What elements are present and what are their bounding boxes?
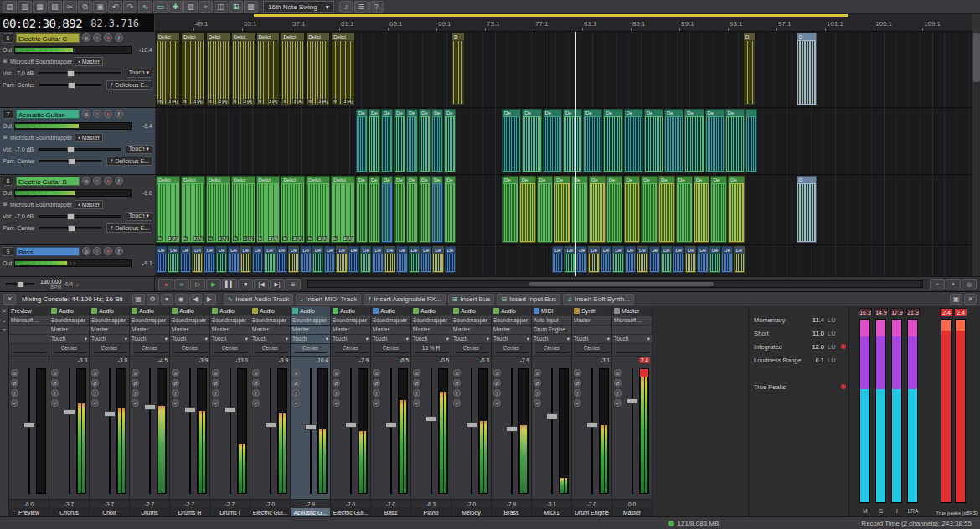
strip-fader[interactable] [546,413,558,419]
mute-button[interactable]: ⊘ [82,247,90,255]
strip-output-bus[interactable]: Drum Engine [532,326,571,335]
audio-clip[interactable]: Delicifx3 (A) [331,33,355,105]
audio-clip[interactable]: De [324,246,335,273]
strip-fader[interactable] [345,422,357,428]
strip-phase-button[interactable]: ▪ [614,399,622,407]
audio-clip[interactable]: Delicifx3 (A) [206,33,230,105]
clip-fx-badge[interactable]: fx [157,236,162,241]
strip-fx-button[interactable]: ƒ [373,389,380,397]
strip-automation-mode[interactable]: Touch▾ [331,335,370,344]
mixer-strip[interactable]: AudioSoundmapperMasterTouch▾Center-6.3⊘Ø… [451,306,492,517]
grid-icon[interactable]: ▩ [244,1,258,13]
strip-solo-button[interactable]: Ø [413,379,420,387]
strip-fader[interactable] [466,422,477,428]
solo-button[interactable]: ○ [93,33,101,42]
fx-button[interactable]: ƒ [115,247,123,255]
paste-icon[interactable]: ▣ [93,1,107,13]
audio-clip[interactable]: De [444,176,456,243]
gear-icon[interactable]: ⚙ [147,294,159,305]
arm-record-button[interactable]: ● [104,110,112,118]
strip-phase-button[interactable]: ▪ [132,399,139,407]
redo-icon[interactable]: ↷ [123,1,137,13]
strip-output-bus[interactable]: Master [130,326,169,335]
strip-pan-control[interactable] [9,344,49,357]
strip-solo-button[interactable]: Ø [132,379,139,387]
solo-button[interactable]: ○ [93,110,101,118]
audio-clip[interactable]: De [563,109,582,172]
strip-fx-button[interactable]: ƒ [172,389,179,397]
strip-automation-mode[interactable]: Touch▾ [532,335,571,344]
selection-tool-icon[interactable]: ▭ [153,1,168,13]
mixer-strip[interactable]: AudioSoundmapperMasterTouch▾15 % R-0.5⊘Ø… [411,306,451,517]
mixer-strip[interactable]: AudioSoundmapperMasterTouch▾Center-3.8⊘Ø… [90,306,130,517]
strip-output-bus[interactable]: Master [371,326,410,335]
audio-clip[interactable]: De [606,176,623,243]
audio-clip[interactable]: De [649,246,660,273]
strip-fader[interactable] [23,422,35,428]
loop-playback-button[interactable]: ∞ [174,279,189,290]
strip-mute-button[interactable]: ⊘ [172,369,179,377]
audio-clip[interactable]: De [240,246,251,273]
strip-automation-mode[interactable]: Touch▾ [49,335,89,344]
audio-clip[interactable]: De [300,246,311,273]
pan-slider-thumb[interactable] [68,158,75,165]
clip-fx-badge[interactable]: fx [233,99,238,104]
audio-clip[interactable]: De [537,176,554,243]
clip-fx-badge[interactable]: fx [258,99,263,104]
strip-automation-mode[interactable]: Touch▾ [130,335,169,344]
strip-solo-button[interactable]: Ø [493,379,501,387]
time-signature[interactable]: 4/4 [64,281,73,287]
audio-clip[interactable]: De [396,246,407,273]
mixer-strip[interactable]: AudioSoundmapperMasterTouch▾Center-10.4⊘… [291,306,331,517]
clip-fx-badge[interactable]: fx [157,99,162,104]
audio-clip[interactable]: Delicifx3 (A) [281,33,305,105]
track-name[interactable]: Electric Guitar B [16,177,80,186]
strip-mute-button[interactable]: ⊘ [252,369,260,377]
audio-clip[interactable]: De [204,246,214,273]
track-fx-plugin[interactable]: ƒ Delicious E... [106,223,152,233]
strip-pan-control[interactable]: Center [572,344,611,357]
audio-clip[interactable]: De [552,246,563,273]
audio-clip[interactable]: De [406,109,418,172]
strip-mute-button[interactable]: ⊘ [453,369,461,377]
insert-soft-synth-button[interactable]: ♫Insert Soft Synth... [563,294,634,305]
strip-output-device[interactable]: Auto Input [532,316,571,326]
audio-clip[interactable]: De [445,246,456,273]
audio-clip[interactable]: De [444,109,456,172]
new-project-icon[interactable]: ▤ [3,1,17,13]
strip-output-bus[interactable]: Master [411,326,451,335]
views-icon[interactable]: ▦ [132,294,145,305]
arm-record-button[interactable]: ● [104,247,112,255]
pan-slider[interactable] [39,227,101,229]
strip-fx-button[interactable]: ƒ [51,389,59,397]
volume-slider-thumb[interactable] [67,213,75,220]
strip-pan-control[interactable]: Center [90,344,129,357]
audio-clip[interactable]: De [694,176,710,243]
insert-audio-track-button[interactable]: ∿Insert Audio Track [224,294,294,305]
strip-pan-control[interactable]: Center [331,344,370,357]
prev-icon[interactable]: ◀ [189,294,202,305]
strip-fader[interactable] [224,407,236,413]
strip-output-device[interactable]: Soundmapper [291,316,330,326]
strip-phase-button[interactable]: ▪ [453,399,461,407]
strip-automation-mode[interactable]: Touch▾ [572,335,611,344]
pan-slider[interactable] [39,160,101,162]
audio-clip[interactable]: Delicifx3 (A) [306,176,330,243]
scrollbar-thumb[interactable] [973,33,980,82]
strip-fader[interactable] [104,411,116,417]
automation-mode-button[interactable]: Touch ▾ [126,145,152,154]
strip-output-device[interactable]: Soundmapper [170,316,209,326]
audio-clip[interactable]: De [612,246,623,273]
strip-output-bus[interactable]: Master [250,326,290,335]
strip-phase-button[interactable]: ▪ [493,399,501,407]
audio-clip[interactable]: De [588,246,599,273]
strip-fader[interactable] [627,398,638,404]
clip-fx-badge[interactable]: fx [183,99,188,104]
close-icon[interactable]: ✕ [2,308,7,315]
clip-fx-badge[interactable]: fx [282,236,287,241]
strip-solo-button[interactable]: Ø [292,379,300,387]
strip-output-device[interactable]: Soundmapper [250,316,290,326]
go-to-end-button[interactable]: ▶| [270,279,285,290]
close-icon[interactable]: ✕ [964,294,977,305]
audio-clip[interactable]: De [664,109,683,172]
